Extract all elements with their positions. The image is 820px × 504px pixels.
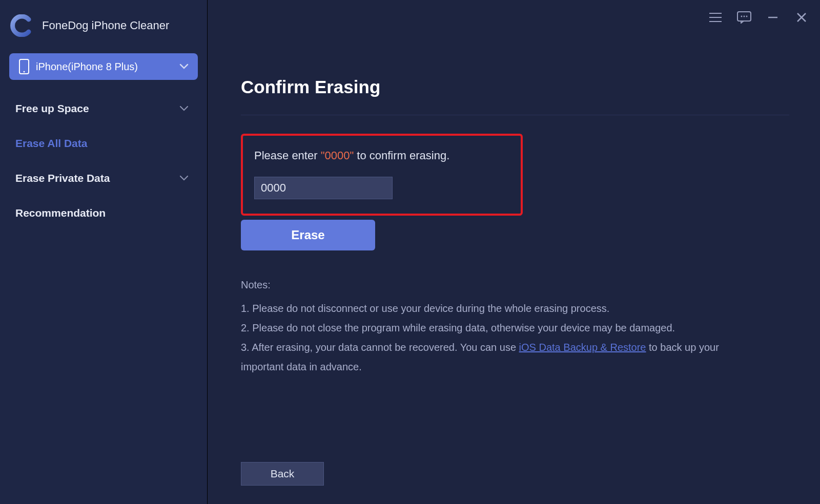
prompt-code: "0000" [321, 149, 354, 162]
titlebar-controls [708, 10, 809, 25]
device-label: iPhone(iPhone 8 Plus) [36, 61, 138, 73]
nav-label: Erase All Data [15, 137, 87, 150]
note-2: 2. Please do not close the program while… [241, 318, 758, 338]
brand-row: FoneDog iPhone Cleaner [0, 6, 207, 50]
feedback-icon[interactable] [737, 10, 751, 25]
prompt-prefix: Please enter [254, 149, 321, 162]
nav-label: Free up Space [15, 102, 89, 115]
main-area: Confirm Erasing Please enter "0000" to c… [208, 0, 820, 504]
confirm-box-highlight: Please enter "0000" to confirm erasing. [241, 134, 523, 216]
note-3: 3. After erasing, your data cannot be re… [241, 338, 758, 376]
menu-icon[interactable] [708, 10, 723, 25]
back-button[interactable]: Back [241, 462, 324, 486]
svg-point-4 [744, 16, 745, 17]
chevron-down-icon [179, 106, 189, 112]
sidebar: FoneDog iPhone Cleaner iPhone(iPhone 8 P… [0, 0, 208, 504]
nav-erase-all-data[interactable]: Erase All Data [0, 126, 207, 161]
svg-point-3 [741, 16, 743, 17]
minimize-icon[interactable] [766, 10, 780, 25]
nav-label: Erase Private Data [15, 172, 110, 184]
svg-point-1 [24, 71, 25, 73]
page-title: Confirm Erasing [241, 77, 789, 97]
close-icon[interactable] [794, 10, 809, 25]
svg-point-5 [746, 16, 748, 17]
note-1: 1. Please do not disconnect or use your … [241, 299, 758, 318]
brand-logo-icon [10, 14, 33, 37]
confirm-code-input[interactable] [254, 177, 393, 199]
brand-title: FoneDog iPhone Cleaner [42, 19, 169, 32]
note-3-prefix: 3. After erasing, your data cannot be re… [241, 342, 519, 353]
chevron-down-icon [179, 175, 189, 181]
notes-heading: Notes: [241, 275, 758, 295]
nav-recommendation[interactable]: Recommendation [0, 196, 207, 230]
erase-button[interactable]: Erase [241, 220, 375, 250]
notes-section: Notes: 1. Please do not disconnect or us… [241, 275, 758, 376]
device-select[interactable]: iPhone(iPhone 8 Plus) [9, 53, 198, 80]
phone-icon [18, 59, 30, 74]
nav-erase-private-data[interactable]: Erase Private Data [0, 161, 207, 196]
nav-free-up-space[interactable]: Free up Space [0, 91, 207, 126]
nav-label: Recommendation [15, 207, 106, 219]
divider [241, 115, 789, 115]
confirm-prompt: Please enter "0000" to confirm erasing. [254, 149, 509, 162]
chevron-down-icon [179, 64, 189, 70]
content: Confirm Erasing Please enter "0000" to c… [208, 0, 820, 376]
prompt-suffix: to confirm erasing. [354, 149, 449, 162]
ios-backup-link[interactable]: iOS Data Backup & Restore [519, 342, 646, 353]
